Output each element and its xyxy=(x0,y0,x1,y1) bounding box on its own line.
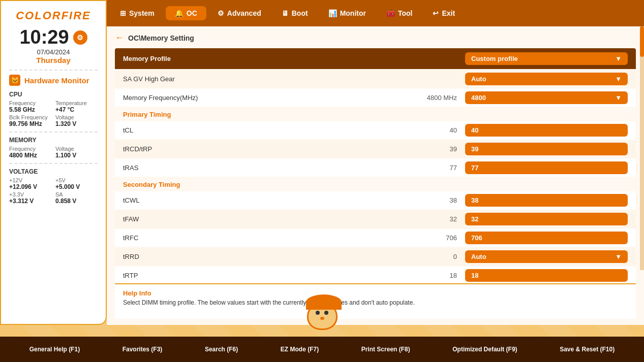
brand-logo: COLORFIRE xyxy=(9,9,98,22)
boot-icon: 🖥 xyxy=(282,9,289,17)
trcd-control[interactable]: 39 xyxy=(465,143,628,155)
table-row: tRRD 0 Auto ▼ xyxy=(115,248,636,266)
ez-mode-button[interactable]: EZ Mode (F7) xyxy=(281,346,319,353)
dropdown-arrow-icon: ▼ xyxy=(615,55,622,62)
memfreq-control[interactable]: 4800 ▼ xyxy=(465,91,628,104)
header-label: Memory Profile xyxy=(123,55,465,62)
cat-ear-left xyxy=(311,298,323,308)
table-row: tRAS 77 77 xyxy=(115,159,636,177)
exit-icon: ↩ xyxy=(433,9,439,17)
save-reset-button[interactable]: Save & Reset (F10) xyxy=(560,346,615,353)
table-row: tCL 40 40 xyxy=(115,121,636,139)
optimized-default-button[interactable]: Optimized Default (F9) xyxy=(452,346,517,353)
top-nav: ⊞ System 🔔 OC ⚙ Advanced 🖥 Boot 📊 Monito… xyxy=(107,0,644,26)
tras-control[interactable]: 77 xyxy=(465,161,628,174)
content-area: ← OC\Memory Setting Memory Profile Custo… xyxy=(107,26,644,325)
header-control[interactable]: Custom profile ▼ xyxy=(465,52,628,65)
nav-boot[interactable]: 🖥 Boot xyxy=(272,6,317,20)
tcl-value[interactable]: 40 xyxy=(465,124,628,137)
divider2 xyxy=(9,131,98,133)
system-icon: ⊞ xyxy=(120,9,126,17)
trtp-value[interactable]: 18 xyxy=(465,269,628,282)
table-header: Memory Profile Custom profile ▼ xyxy=(115,48,636,69)
oc-icon: 🔔 xyxy=(175,9,183,17)
back-arrow-icon[interactable]: ← xyxy=(115,32,124,43)
advanced-icon: ⚙ xyxy=(218,9,224,17)
general-help-button[interactable]: General Help (F1) xyxy=(29,346,80,353)
sagv-control[interactable]: Auto ▼ xyxy=(465,73,628,85)
cpu-temp: Temperature +47 °C xyxy=(55,100,98,113)
trrd-dropdown[interactable]: Auto ▼ xyxy=(465,250,628,263)
v33-stat: +3.3V +3.312 V xyxy=(9,191,51,205)
search-button[interactable]: Search (F6) xyxy=(205,346,238,353)
clock-icon: ⚙ xyxy=(73,30,87,45)
dropdown-arrow-icon: ▼ xyxy=(615,94,622,102)
nav-tool[interactable]: 🧰 Tool xyxy=(377,6,422,20)
tfaw-value[interactable]: 32 xyxy=(465,213,628,225)
tras-value[interactable]: 77 xyxy=(465,161,628,174)
help-info-panel: Help Info Select DIMM timing profile. Th… xyxy=(115,283,636,319)
table-row: Memory Frequency(MHz) 4800 MHz 4800 ▼ xyxy=(115,89,636,107)
tcwl-value[interactable]: 38 xyxy=(465,194,628,207)
trfc-control[interactable]: 706 xyxy=(465,232,628,244)
nav-advanced[interactable]: ⚙ Advanced xyxy=(208,6,270,20)
trrd-control[interactable]: Auto ▼ xyxy=(465,250,628,263)
settings-table: Memory Profile Custom profile ▼ SA GV Hi… xyxy=(115,48,636,283)
hardware-monitor-header: 🐱 Hardware Monitor xyxy=(9,75,98,86)
memory-profile-dropdown[interactable]: Custom profile ▼ xyxy=(465,52,628,65)
nav-monitor[interactable]: 📊 Monitor xyxy=(319,6,375,20)
memory-section-label: MEMORY xyxy=(9,137,98,144)
voltage-section-label: VOLTAGE xyxy=(9,168,98,175)
table-row: tCWL 38 38 xyxy=(115,191,636,209)
trcd-value[interactable]: 39 xyxy=(465,143,628,155)
cat-head xyxy=(307,302,338,330)
table-row: tFAW 32 32 xyxy=(115,210,636,228)
sidebar: COLORFIRE 10:29 ⚙ 07/04/2024 Thursday 🐱 … xyxy=(0,0,107,325)
mascot xyxy=(304,302,340,338)
clock-date: 07/04/2024 xyxy=(9,48,98,56)
dropdown-arrow-icon: ▼ xyxy=(615,75,622,83)
help-text: Select DIMM timing profile. The below va… xyxy=(123,299,628,306)
cpu-stats: Frequency 5.58 GHz Temperature +47 °C Bc… xyxy=(9,100,98,127)
cpu-section-label: CPU xyxy=(9,91,98,98)
trfc-value[interactable]: 706 xyxy=(465,232,628,244)
divider xyxy=(9,70,98,71)
scrollbar-thumb[interactable] xyxy=(640,26,644,57)
table-row: tRTP 18 18 xyxy=(115,267,636,283)
clock-display: 10:29 ⚙ 07/04/2024 Thursday xyxy=(9,26,98,64)
trtp-control[interactable]: 18 xyxy=(465,269,628,282)
sa-stat: SA 0.858 V xyxy=(55,191,98,205)
cat-eye-right xyxy=(324,311,328,315)
dropdown-arrow-icon: ▼ xyxy=(615,253,622,260)
favorites-button[interactable]: Favorites (F3) xyxy=(122,346,163,353)
cpu-freq-label: Frequency 5.58 GHz xyxy=(9,100,51,113)
nav-system[interactable]: ⊞ System xyxy=(111,6,164,20)
cat-ear-right xyxy=(322,298,334,308)
tcwl-control[interactable]: 38 xyxy=(465,194,628,207)
nav-exit[interactable]: ↩ Exit xyxy=(423,6,464,20)
memory-stats: Frequency 4800 MHz Voltage 1.100 V xyxy=(9,146,98,159)
hardware-monitor-icon: 🐱 xyxy=(9,75,20,86)
cat-eye-left xyxy=(316,311,320,315)
table-row: SA GV High Gear Auto ▼ xyxy=(115,70,636,88)
print-screen-button[interactable]: Print Screen (F8) xyxy=(361,346,410,353)
tfaw-control[interactable]: 32 xyxy=(465,213,628,225)
table-row: tRCD/tRP 39 39 xyxy=(115,140,636,158)
scrollbar[interactable] xyxy=(640,26,644,270)
tcl-control[interactable]: 40 xyxy=(465,124,628,137)
cat-nose xyxy=(320,317,324,320)
tool-icon: 🧰 xyxy=(386,9,395,17)
clock-day: Thursday xyxy=(9,56,98,64)
help-title: Help Info xyxy=(123,289,628,297)
main-area: ⊞ System 🔔 OC ⚙ Advanced 🖥 Boot 📊 Monito… xyxy=(107,0,644,325)
nav-oc[interactable]: 🔔 OC xyxy=(166,6,206,20)
breadcrumb: ← OC\Memory Setting xyxy=(115,32,636,43)
primary-timing-heading: Primary Timing xyxy=(115,108,636,121)
voltage-stats: +12V +12.096 V +5V +5.000 V +3.3V +3.312… xyxy=(9,177,98,205)
v5-stat: +5V +5.000 V xyxy=(55,177,98,190)
cpu-voltage: Voltage 1.320 V xyxy=(55,114,98,127)
memfreq-dropdown[interactable]: 4800 ▼ xyxy=(465,91,628,104)
sagv-dropdown[interactable]: Auto ▼ xyxy=(465,73,628,85)
secondary-timing-heading: Secondary Timing xyxy=(115,178,636,191)
clock-time: 10:29 ⚙ xyxy=(9,26,98,48)
